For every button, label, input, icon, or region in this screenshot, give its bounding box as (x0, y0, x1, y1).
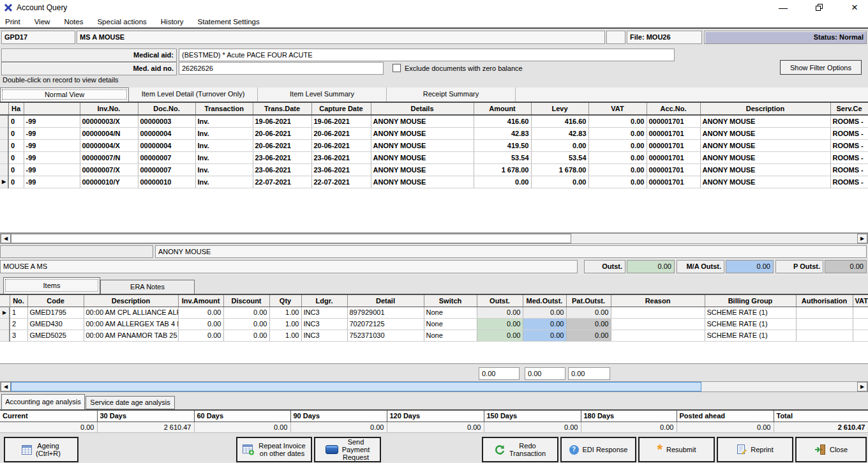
column-header[interactable]: Inv.No. (80, 103, 138, 115)
column-header[interactable]: VAT (853, 295, 868, 307)
edi-response-button[interactable]: ? EDI Response (560, 437, 636, 462)
column-header[interactable]: Description (84, 295, 178, 307)
cell: 419.50 (474, 139, 531, 151)
ageing-button[interactable]: Ageing (Ctrl+R) (4, 437, 79, 462)
column-header[interactable]: Code (27, 295, 84, 307)
table-row[interactable]: 0-9900000004/X00000004Inv.20-06-202120-0… (0, 139, 868, 151)
cell: ANONY MOUSE (371, 139, 474, 151)
close-window-button[interactable]: Close (795, 437, 867, 462)
column-header[interactable]: Reason (611, 295, 705, 307)
file-field: File: MOU26 (627, 31, 702, 44)
menu-item-notes[interactable]: Notes (64, 18, 83, 26)
table-row[interactable]: 0-9900000007/N00000007Inv.23-06-202123-0… (0, 151, 868, 163)
column-header[interactable]: Pat.Outst. (566, 295, 611, 307)
column-header[interactable]: Capture Date (311, 103, 371, 115)
column-header[interactable]: Serv.Ce (830, 103, 868, 115)
column-header[interactable]: Discount (223, 295, 269, 307)
repeat-invoice-button[interactable]: Repeat Invoice on other dates (236, 437, 312, 462)
menu-item-view[interactable]: View (34, 18, 50, 26)
show-filter-options-button[interactable]: Show Filter Options (780, 60, 862, 75)
cell: GMED1795 (27, 307, 84, 318)
table-row[interactable]: 2GMED43000:00 AM ALLERGEX TAB 4 MG0.000.… (0, 318, 868, 330)
column-header[interactable] (0, 295, 10, 307)
scrollbar-thumb[interactable] (11, 234, 571, 243)
row-selector (0, 139, 8, 151)
cell: Inv. (195, 139, 253, 151)
cell: 0.00 (588, 139, 647, 151)
tab-items[interactable]: Items (3, 277, 100, 294)
cell: 0.00 (523, 307, 566, 318)
items-hscrollbar[interactable]: ◀ ▶ (0, 381, 868, 392)
column-header[interactable]: Transaction (195, 103, 253, 115)
scroll-right-icon[interactable]: ▶ (857, 382, 867, 391)
column-header[interactable]: No. (10, 295, 27, 307)
exclude-zero-balance-label: Exclude documents with zero balance (405, 65, 523, 72)
column-header[interactable]: Detail (347, 295, 424, 307)
tab-normal-view[interactable]: Normal View (0, 87, 129, 102)
scroll-left-icon[interactable]: ◀ (1, 234, 11, 243)
tab-item-level-detail[interactable]: Item Level Detail (Turnover Only) (129, 87, 258, 102)
scroll-right-icon[interactable]: ▶ (857, 234, 867, 243)
column-header[interactable]: Qty (269, 295, 301, 307)
restore-icon[interactable] (811, 3, 827, 13)
column-header[interactable]: VAT (588, 103, 647, 115)
cell: 20-06-2021 (253, 139, 311, 151)
table-row[interactable]: 0-9900000007/X00000007Inv.23-06-202123-0… (0, 163, 868, 176)
column-header[interactable]: Authorisation (796, 295, 853, 307)
column-header[interactable]: Outst. (477, 295, 523, 307)
resubmit-button[interactable]: * Resubmit (638, 437, 715, 462)
med-aid-no-input[interactable]: 26262626 (179, 62, 384, 75)
cell: 752371030 (347, 330, 424, 341)
column-header: 150 Days (484, 411, 581, 421)
column-header[interactable]: Details (371, 103, 474, 115)
column-header[interactable]: Billing Group (705, 295, 796, 307)
column-header[interactable]: Trans.Date (253, 103, 311, 115)
cell: 22-07-2021 (311, 176, 371, 188)
column-header[interactable]: Med.Outst. (523, 295, 566, 307)
transactions-hscrollbar[interactable]: ◀ ▶ (0, 233, 868, 244)
column-header[interactable]: Description (700, 103, 830, 115)
cell: 000001701 (647, 151, 700, 163)
column-header[interactable]: Levy (531, 103, 588, 115)
outst-total-field: 0.00 (479, 367, 520, 380)
cell: Inv. (195, 115, 253, 127)
column-header[interactable]: Switch (424, 295, 477, 307)
tab-item-level-summary[interactable]: Item Level Summary (258, 87, 387, 102)
menu-item-statement-settings[interactable]: Statement Settings (198, 18, 260, 26)
column-header[interactable] (24, 103, 80, 115)
table-row[interactable]: 0-9900000004/N00000004Inv.20-06-202120-0… (0, 127, 868, 139)
menu-item-special-actions[interactable]: Special actions (97, 18, 146, 26)
column-header[interactable]: Doc.No. (138, 103, 195, 115)
table-row[interactable]: 3GMED502500:00 AM PANAMOR TAB 25 M0.000.… (0, 330, 868, 341)
payment-card-icon (326, 445, 338, 454)
tab-accounting-age-analysis[interactable]: Accounting age analysis (1, 394, 85, 409)
cell: ROOMS - (830, 176, 868, 188)
table-row[interactable]: ▶1GMED179500:00 AM CPL ALLIANCE ALPR0.00… (0, 307, 868, 318)
cell: ROOMS - (830, 163, 868, 176)
column-header[interactable]: Ldgr. (301, 295, 347, 307)
menu-item-history[interactable]: History (161, 18, 184, 26)
cell: 000001701 (647, 115, 700, 127)
exclude-zero-balance-checkbox[interactable] (393, 64, 401, 72)
scrollbar-thumb[interactable] (11, 382, 701, 391)
redo-transaction-button[interactable]: Redo Transaction (482, 437, 558, 462)
table-row[interactable]: 0-9900000003/X00000003Inv.19-06-202119-0… (0, 115, 868, 127)
scroll-left-icon[interactable]: ◀ (1, 382, 11, 391)
tab-era-notes[interactable]: ERA Notes (100, 280, 195, 294)
medical-aid-input[interactable]: (BESTMED) * Acute PACE FOUR ACUTE (179, 49, 675, 61)
minimize-button[interactable]: — (775, 3, 791, 13)
tab-receipt-summary[interactable]: Receipt Summary (387, 87, 516, 102)
close-button[interactable]: × (846, 1, 863, 14)
send-payment-button[interactable]: Send Payment Request (314, 437, 381, 462)
cell: 702072125 (347, 318, 424, 330)
tab-service-date-age-analysis[interactable]: Service date age analysis (86, 396, 175, 409)
column-header[interactable]: Inv.Amount (178, 295, 223, 307)
status-badge: Status: Normal (704, 31, 867, 44)
column-header[interactable]: Acc.No. (647, 103, 700, 115)
column-header[interactable]: Amount (474, 103, 531, 115)
menu-item-print[interactable]: Print (5, 18, 20, 26)
column-header[interactable] (0, 103, 8, 115)
column-header[interactable]: Ha (8, 103, 24, 115)
reprint-button[interactable]: Reprint (717, 437, 793, 462)
table-row[interactable]: ▶0-9900000010/Y00000010Inv.22-07-202122-… (0, 176, 868, 188)
